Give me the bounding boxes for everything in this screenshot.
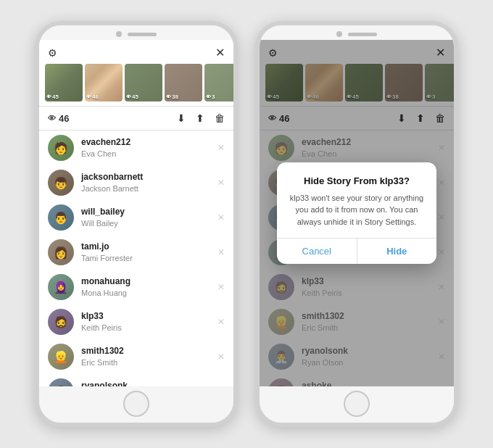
story-thumb-1-4[interactable]: 👁38: [165, 64, 202, 101]
user-name-1-0: Eva Chen: [81, 149, 210, 159]
viewer-row-1: 👁 46 ⬇ ⬆ 🗑: [39, 107, 233, 130]
avatar-1-6: 👱: [48, 344, 74, 370]
user-close-1-3[interactable]: ✕: [218, 247, 225, 257]
user-info-1-1: jacksonbarnett Jackson Barnett: [81, 172, 210, 194]
share-icon-1[interactable]: ⬆: [196, 112, 204, 124]
phone-2-speaker: [348, 33, 377, 36]
user-close-1-1[interactable]: ✕: [218, 178, 225, 188]
user-close-1-0[interactable]: ✕: [218, 143, 225, 153]
user-item-1-7[interactable]: 👨‍💼 ryanolsonk Ryan Olson ✕: [39, 374, 233, 386]
user-item-1-2[interactable]: 👨 will_bailey Will Bailey ✕: [39, 200, 233, 235]
user-info-1-4: monahuang Mona Huang: [81, 276, 210, 298]
hide-story-modal: Hide Story From klp33? klp33 won't see y…: [277, 162, 436, 265]
user-handle-1-0: evachen212: [81, 137, 210, 149]
viewer-actions-1: ⬇ ⬆ 🗑: [177, 112, 225, 124]
avatar-1-7: 👨‍💼: [48, 378, 74, 386]
phone-1-screen: ⚙ ✕ 👁45 👁46 👁45 👁38 👁3: [39, 40, 233, 386]
hide-button[interactable]: Hide: [357, 238, 437, 264]
user-info-1-7: ryanolsonk Ryan Olson: [81, 381, 210, 386]
user-item-1-0[interactable]: 🧑 evachen212 Eva Chen ✕: [39, 130, 233, 165]
avatar-1-2: 👨: [48, 204, 74, 231]
user-handle-1-3: tami.jo: [81, 241, 210, 253]
viewer-number-1: 46: [59, 113, 69, 124]
modal-title: Hide Story From klp33?: [289, 175, 425, 186]
close-icon-1[interactable]: ✕: [215, 46, 225, 59]
user-handle-1-4: monahuang: [81, 276, 210, 288]
phone-2-camera: [336, 31, 342, 37]
avatar-1-0: 🧑: [48, 135, 74, 161]
avatar-1-3: 👩: [48, 239, 74, 265]
user-info-1-5: klp33 Keith Peiris: [81, 311, 210, 333]
user-handle-1-5: klp33: [81, 311, 210, 323]
user-item-1-5[interactable]: 🧔 klp33 Keith Peiris ✕: [39, 304, 233, 339]
avatar-1-4: 🧕: [48, 274, 74, 300]
phone-1-top-bar: [39, 25, 233, 40]
user-close-1-6[interactable]: ✕: [218, 352, 225, 362]
download-icon-1[interactable]: ⬇: [177, 112, 186, 124]
user-name-1-3: Tami Forrester: [81, 253, 210, 263]
user-handle-1-1: jacksonbarnett: [81, 172, 210, 183]
user-name-1-1: Jackson Barnett: [81, 183, 210, 194]
phone-2-screen: ⚙ ✕ 👁45 👁46 👁45 👁38 👁3: [260, 40, 454, 386]
cancel-button[interactable]: Cancel: [277, 238, 357, 264]
user-name-1-2: Will Bailey: [81, 218, 210, 228]
story-thumb-1-1[interactable]: 👁45: [45, 64, 83, 101]
user-name-1-5: Keith Peiris: [81, 323, 210, 333]
user-name-1-4: Mona Huang: [81, 288, 210, 298]
user-handle-1-6: smith1302: [81, 346, 210, 357]
avatar-1-5: 🧔: [48, 309, 74, 335]
user-info-1-2: will_bailey Will Bailey: [81, 207, 210, 228]
avatar-1-1: 👦: [48, 170, 74, 196]
user-item-1-4[interactable]: 🧕 monahuang Mona Huang ✕: [39, 270, 233, 304]
user-list-1: 🧑 evachen212 Eva Chen ✕ 👦 jacksonbarnett…: [39, 130, 233, 386]
story-thumb-1-2[interactable]: 👁46: [85, 64, 123, 101]
story-strip-1: 👁45 👁46 👁45 👁38 👁3: [39, 64, 233, 106]
modal-content: Hide Story From klp33? klp33 won't see y…: [277, 162, 436, 238]
phone-1: ⚙ ✕ 👁45 👁46 👁45 👁38 👁3: [35, 21, 238, 427]
user-handle-1-7: ryanolsonk: [81, 381, 210, 386]
phone-1-speaker: [128, 33, 157, 36]
modal-buttons: Cancel Hide: [277, 238, 436, 264]
user-item-1-3[interactable]: 👩 tami.jo Tami Forrester ✕: [39, 235, 233, 270]
story-thumb-1-5[interactable]: 👁3: [204, 64, 233, 101]
user-close-1-5[interactable]: ✕: [218, 317, 225, 327]
modal-body: klp33 won't see your story or anything y…: [289, 192, 425, 228]
phone-1-camera: [116, 31, 122, 37]
settings-icon-1[interactable]: ⚙: [48, 47, 57, 59]
eye-icon-1: 👁: [48, 114, 56, 123]
story-thumb-1-3[interactable]: 👁45: [125, 64, 162, 101]
user-handle-1-2: will_bailey: [81, 207, 210, 218]
user-close-1-4[interactable]: ✕: [218, 282, 225, 292]
modal-overlay: Hide Story From klp33? klp33 won't see y…: [260, 40, 454, 386]
phone-1-home-button[interactable]: [123, 391, 149, 417]
viewer-count-1: 👁 46: [48, 113, 69, 124]
phone-2-home-button[interactable]: [344, 391, 370, 417]
phone-2-home-bar: [260, 386, 454, 423]
phone-2: ⚙ ✕ 👁45 👁46 👁45 👁38 👁3: [255, 21, 458, 427]
user-info-1-0: evachen212 Eva Chen: [81, 137, 210, 159]
user-name-1-6: Eric Smith: [81, 357, 210, 368]
app-header-1: ⚙ ✕: [39, 40, 233, 64]
phone-2-top-bar: [260, 25, 454, 40]
user-item-1-6[interactable]: 👱 smith1302 Eric Smith ✕: [39, 339, 233, 374]
phone-1-home-bar: [39, 386, 233, 423]
user-item-1-1[interactable]: 👦 jacksonbarnett Jackson Barnett ✕: [39, 165, 233, 200]
user-close-1-2[interactable]: ✕: [218, 212, 225, 223]
delete-icon-1[interactable]: 🗑: [215, 112, 225, 124]
user-info-1-6: smith1302 Eric Smith: [81, 346, 210, 368]
user-info-1-3: tami.jo Tami Forrester: [81, 241, 210, 263]
